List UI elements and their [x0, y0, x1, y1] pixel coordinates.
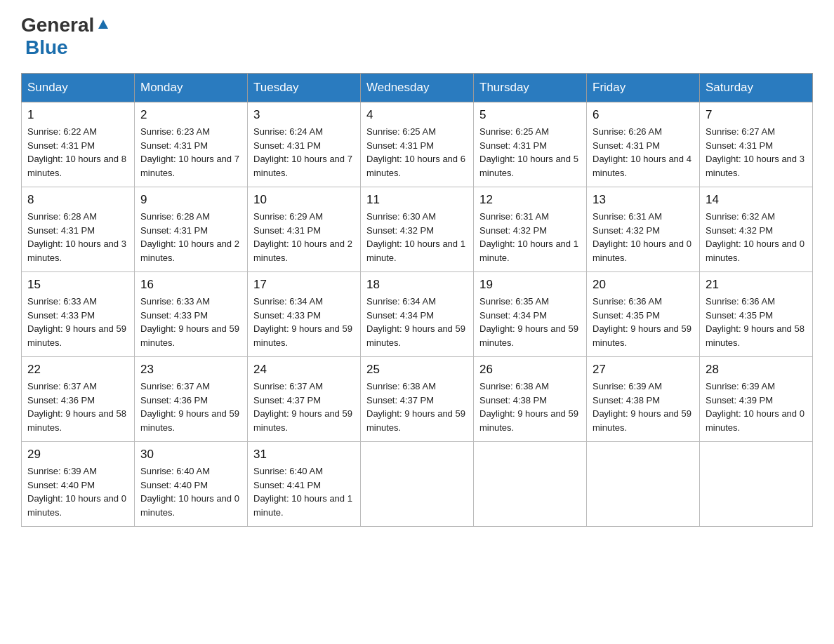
day-info: Sunrise: 6:39 AMSunset: 4:39 PMDaylight:… — [706, 380, 807, 434]
calendar-cell: 5 Sunrise: 6:25 AMSunset: 4:31 PMDayligh… — [474, 102, 587, 187]
day-number: 3 — [253, 108, 355, 122]
day-number: 10 — [253, 193, 355, 207]
calendar-cell: 4 Sunrise: 6:25 AMSunset: 4:31 PMDayligh… — [361, 102, 474, 187]
day-number: 1 — [27, 108, 128, 122]
weekday-header-friday: Friday — [587, 74, 700, 102]
day-info: Sunrise: 6:24 AMSunset: 4:31 PMDaylight:… — [253, 125, 355, 180]
logo: General Blue — [21, 14, 111, 59]
day-number: 24 — [253, 363, 355, 377]
calendar-cell: 30 Sunrise: 6:40 AMSunset: 4:40 PMDaylig… — [135, 442, 248, 527]
day-number: 26 — [479, 363, 581, 377]
day-number: 9 — [140, 193, 241, 207]
day-number: 4 — [366, 108, 468, 122]
calendar-cell: 21 Sunrise: 6:36 AMSunset: 4:35 PMDaylig… — [700, 272, 813, 357]
logo-triangle-icon — [95, 16, 111, 32]
day-info: Sunrise: 6:39 AMSunset: 4:38 PMDaylight:… — [593, 380, 694, 434]
day-number: 12 — [479, 193, 581, 207]
day-info: Sunrise: 6:33 AMSunset: 4:33 PMDaylight:… — [27, 295, 128, 349]
day-info: Sunrise: 6:27 AMSunset: 4:31 PMDaylight:… — [706, 125, 807, 180]
calendar-cell: 8 Sunrise: 6:28 AMSunset: 4:31 PMDayligh… — [22, 187, 135, 272]
calendar-cell: 7 Sunrise: 6:27 AMSunset: 4:31 PMDayligh… — [700, 102, 813, 187]
day-number: 28 — [706, 363, 807, 377]
calendar-cell: 1 Sunrise: 6:22 AMSunset: 4:31 PMDayligh… — [22, 102, 135, 187]
calendar-cell: 28 Sunrise: 6:39 AMSunset: 4:39 PMDaylig… — [700, 357, 813, 442]
weekday-header-monday: Monday — [135, 74, 248, 102]
calendar-cell: 26 Sunrise: 6:38 AMSunset: 4:38 PMDaylig… — [474, 357, 587, 442]
day-number: 20 — [593, 278, 694, 292]
day-number: 7 — [706, 108, 807, 122]
day-number: 6 — [593, 108, 694, 122]
day-info: Sunrise: 6:25 AMSunset: 4:31 PMDaylight:… — [479, 125, 581, 180]
page-header: General Blue — [21, 14, 813, 59]
calendar-cell: 17 Sunrise: 6:34 AMSunset: 4:33 PMDaylig… — [248, 272, 361, 357]
day-number: 31 — [253, 448, 355, 462]
weekday-header-row: SundayMondayTuesdayWednesdayThursdayFrid… — [22, 74, 813, 102]
calendar-cell: 9 Sunrise: 6:28 AMSunset: 4:31 PMDayligh… — [135, 187, 248, 272]
day-number: 30 — [140, 448, 241, 462]
day-number: 17 — [253, 278, 355, 292]
day-info: Sunrise: 6:38 AMSunset: 4:38 PMDaylight:… — [479, 380, 581, 434]
day-info: Sunrise: 6:26 AMSunset: 4:31 PMDaylight:… — [593, 125, 694, 180]
calendar-cell: 11 Sunrise: 6:30 AMSunset: 4:32 PMDaylig… — [361, 187, 474, 272]
calendar-cell: 24 Sunrise: 6:37 AMSunset: 4:37 PMDaylig… — [248, 357, 361, 442]
calendar-table: SundayMondayTuesdayWednesdayThursdayFrid… — [21, 73, 813, 527]
calendar-cell: 25 Sunrise: 6:38 AMSunset: 4:37 PMDaylig… — [361, 357, 474, 442]
day-number: 2 — [140, 108, 241, 122]
day-info: Sunrise: 6:29 AMSunset: 4:31 PMDaylight:… — [253, 210, 355, 264]
weekday-header-saturday: Saturday — [700, 74, 813, 102]
weekday-header-thursday: Thursday — [474, 74, 587, 102]
calendar-cell: 23 Sunrise: 6:37 AMSunset: 4:36 PMDaylig… — [135, 357, 248, 442]
day-info: Sunrise: 6:23 AMSunset: 4:31 PMDaylight:… — [140, 125, 241, 180]
day-number: 18 — [366, 278, 468, 292]
calendar-cell — [361, 442, 474, 527]
calendar-cell: 6 Sunrise: 6:26 AMSunset: 4:31 PMDayligh… — [587, 102, 700, 187]
week-row-5: 29 Sunrise: 6:39 AMSunset: 4:40 PMDaylig… — [22, 442, 813, 527]
day-info: Sunrise: 6:36 AMSunset: 4:35 PMDaylight:… — [706, 295, 807, 349]
day-info: Sunrise: 6:37 AMSunset: 4:36 PMDaylight:… — [140, 380, 241, 434]
logo-general-text: General — [21, 14, 94, 36]
calendar-cell — [700, 442, 813, 527]
calendar-cell: 14 Sunrise: 6:32 AMSunset: 4:32 PMDaylig… — [700, 187, 813, 272]
calendar-cell: 16 Sunrise: 6:33 AMSunset: 4:33 PMDaylig… — [135, 272, 248, 357]
day-number: 21 — [706, 278, 807, 292]
day-info: Sunrise: 6:36 AMSunset: 4:35 PMDaylight:… — [593, 295, 694, 349]
weekday-header-tuesday: Tuesday — [248, 74, 361, 102]
week-row-3: 15 Sunrise: 6:33 AMSunset: 4:33 PMDaylig… — [22, 272, 813, 357]
calendar-cell: 3 Sunrise: 6:24 AMSunset: 4:31 PMDayligh… — [248, 102, 361, 187]
day-info: Sunrise: 6:30 AMSunset: 4:32 PMDaylight:… — [366, 210, 468, 264]
day-info: Sunrise: 6:31 AMSunset: 4:32 PMDaylight:… — [593, 210, 694, 264]
calendar-cell: 2 Sunrise: 6:23 AMSunset: 4:31 PMDayligh… — [135, 102, 248, 187]
weekday-header-wednesday: Wednesday — [361, 74, 474, 102]
day-info: Sunrise: 6:35 AMSunset: 4:34 PMDaylight:… — [479, 295, 581, 349]
day-info: Sunrise: 6:40 AMSunset: 4:41 PMDaylight:… — [253, 464, 355, 519]
calendar-cell: 18 Sunrise: 6:34 AMSunset: 4:34 PMDaylig… — [361, 272, 474, 357]
weekday-header-sunday: Sunday — [22, 74, 135, 102]
calendar-cell: 19 Sunrise: 6:35 AMSunset: 4:34 PMDaylig… — [474, 272, 587, 357]
day-number: 22 — [27, 363, 128, 377]
day-number: 13 — [593, 193, 694, 207]
logo-blue-text: Blue — [25, 36, 68, 59]
day-number: 27 — [593, 363, 694, 377]
day-info: Sunrise: 6:34 AMSunset: 4:34 PMDaylight:… — [366, 295, 468, 349]
day-info: Sunrise: 6:37 AMSunset: 4:37 PMDaylight:… — [253, 380, 355, 434]
day-number: 16 — [140, 278, 241, 292]
week-row-2: 8 Sunrise: 6:28 AMSunset: 4:31 PMDayligh… — [22, 187, 813, 272]
week-row-4: 22 Sunrise: 6:37 AMSunset: 4:36 PMDaylig… — [22, 357, 813, 442]
day-number: 5 — [479, 108, 581, 122]
day-number: 11 — [366, 193, 468, 207]
calendar-cell: 31 Sunrise: 6:40 AMSunset: 4:41 PMDaylig… — [248, 442, 361, 527]
day-info: Sunrise: 6:40 AMSunset: 4:40 PMDaylight:… — [140, 464, 241, 519]
week-row-1: 1 Sunrise: 6:22 AMSunset: 4:31 PMDayligh… — [22, 102, 813, 187]
day-info: Sunrise: 6:22 AMSunset: 4:31 PMDaylight:… — [27, 125, 128, 180]
day-info: Sunrise: 6:28 AMSunset: 4:31 PMDaylight:… — [27, 210, 128, 264]
calendar-cell: 27 Sunrise: 6:39 AMSunset: 4:38 PMDaylig… — [587, 357, 700, 442]
day-number: 19 — [479, 278, 581, 292]
day-info: Sunrise: 6:33 AMSunset: 4:33 PMDaylight:… — [140, 295, 241, 349]
day-info: Sunrise: 6:34 AMSunset: 4:33 PMDaylight:… — [253, 295, 355, 349]
calendar-cell — [587, 442, 700, 527]
calendar-cell: 15 Sunrise: 6:33 AMSunset: 4:33 PMDaylig… — [22, 272, 135, 357]
day-number: 25 — [366, 363, 468, 377]
calendar-cell: 20 Sunrise: 6:36 AMSunset: 4:35 PMDaylig… — [587, 272, 700, 357]
calendar-cell: 10 Sunrise: 6:29 AMSunset: 4:31 PMDaylig… — [248, 187, 361, 272]
day-number: 14 — [706, 193, 807, 207]
